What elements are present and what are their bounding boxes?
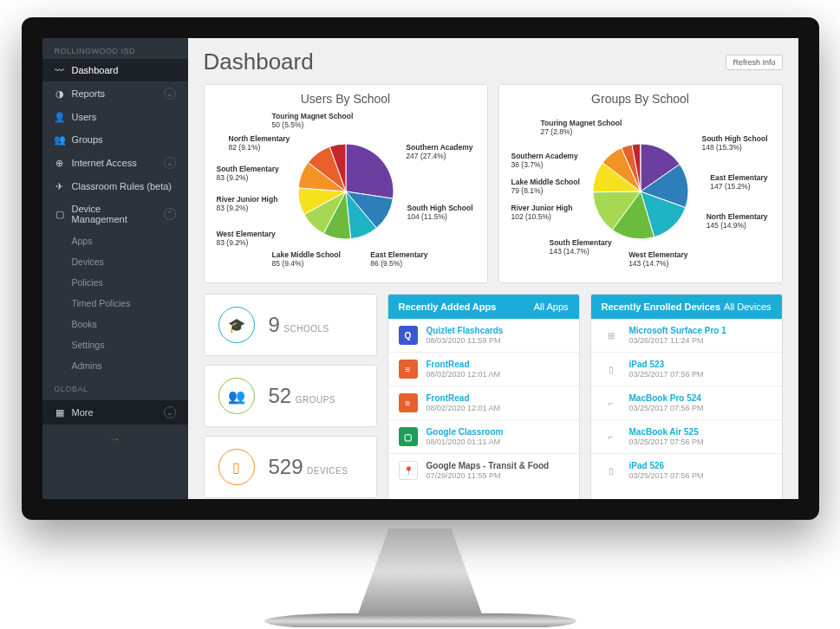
sidebar-sub-apps[interactable]: Apps xyxy=(42,230,188,251)
chart-title: Groups By School xyxy=(506,92,775,106)
pie-label: South High School104 (11.5%) xyxy=(407,204,472,222)
app-name-link[interactable]: FrontRead xyxy=(427,393,501,403)
org-name: ROLLINGWOOD ISD xyxy=(42,38,188,59)
pie-label: West Elementary83 (9.2%) xyxy=(217,230,276,248)
app-timestamp: 07/29/2020 11:55 PM xyxy=(427,471,501,480)
key-icon: ⊶ xyxy=(42,428,188,451)
chevron-down-icon: ⌄ xyxy=(164,88,176,100)
sidebar-item-label: Device Management xyxy=(72,204,157,224)
sidebar-item-users[interactable]: 👤 Users xyxy=(42,106,188,128)
sidebar: ROLLINGWOOD ISD 〰 Dashboard◑ Reports⌄👤 U… xyxy=(42,38,188,499)
pie-label: Southern Academy36 (3.7%) xyxy=(511,152,578,170)
sidebar-sub-admins[interactable]: Admins xyxy=(42,355,188,376)
app-timestamp: 08/02/2020 12:01 AM xyxy=(427,370,501,379)
tablet-icon: ▯ xyxy=(218,449,255,485)
pie-label: Touring Magnet School50 (5.5%) xyxy=(272,113,354,130)
sidebar-item-classroom-rules-beta-[interactable]: ✈ Classroom Rules (beta) xyxy=(42,175,188,198)
chevron-down-icon: ⌄ xyxy=(164,157,176,169)
chart-card: Groups By SchoolSouth High School148 (15… xyxy=(498,84,783,283)
device-timestamp: 03/25/2017 07:56 PM xyxy=(629,370,704,379)
pie-slice[interactable] xyxy=(346,144,394,198)
app-icon: 📍 xyxy=(399,461,418,480)
chart-title: Users By School xyxy=(212,92,480,106)
device-type-icon: ⌐ xyxy=(602,393,621,412)
device-timestamp: 03/25/2017 07:56 PM xyxy=(629,404,704,412)
app-name-link[interactable]: FrontRead xyxy=(427,360,501,369)
device-row: ▯ iPad 526 03/25/2017 07:56 PM xyxy=(591,454,782,487)
app-timestamp: 08/02/2020 12:01 AM xyxy=(427,404,501,412)
sidebar-item-label: Groups xyxy=(72,134,103,145)
sidebar-item-internet-access[interactable]: ⊕ Internet Access⌄ xyxy=(42,151,188,175)
pie-label: North Elementary145 (14.9%) xyxy=(707,213,768,230)
app-row: 📍 Google Maps - Transit & Food 07/29/202… xyxy=(388,454,579,487)
device-row: ▯ iPad 523 03/25/2017 07:56 PM xyxy=(591,353,782,386)
sidebar-sub-timed-policies[interactable]: Timed Policies xyxy=(42,293,188,314)
chevron-down-icon: ⌄ xyxy=(164,406,176,418)
device-row: ⊞ Microsoft Surface Pro 1 03/26/2017 11:… xyxy=(591,319,782,353)
sidebar-item-label: Internet Access xyxy=(72,158,137,168)
pie-label: North Elementary82 (9.1%) xyxy=(229,135,290,152)
app-row: ≡ FrontRead 08/02/2020 12:01 AM xyxy=(388,353,579,386)
pie-label: Touring Magnet School27 (2.8%) xyxy=(541,120,622,137)
pie-label: River Junior High83 (9.2%) xyxy=(217,196,278,213)
pie-label: Lake Middle School79 (8.1%) xyxy=(511,178,580,196)
sidebar-item-label: Reports xyxy=(72,88,106,99)
device-name-link[interactable]: MacBook Pro 524 xyxy=(629,393,704,403)
app-icon: ▢ xyxy=(399,427,418,446)
sidebar-item-reports[interactable]: ◑ Reports⌄ xyxy=(42,81,188,106)
chart-card: Users By SchoolSouthern Academy247 (27.4… xyxy=(204,84,488,283)
devices-panel-title: Recently Enrolled Devices xyxy=(602,302,721,312)
sidebar-sub-devices[interactable]: Devices xyxy=(42,251,188,272)
app-icon: ≡ xyxy=(399,393,418,412)
pie-label: East Elementary86 (9.5%) xyxy=(370,251,427,269)
app-name-link[interactable]: Google Maps - Transit & Food xyxy=(427,461,550,470)
device-icon: ▢ xyxy=(55,209,65,219)
recent-devices-card: Recently Enrolled Devices All Devices ⊞ … xyxy=(590,294,783,499)
app-row: ▢ Google Classroom 08/01/2020 01:11 AM xyxy=(388,420,579,454)
app-icon: Q xyxy=(399,326,418,345)
pie-chart xyxy=(294,139,398,243)
stat-card-devices: ▯ 529 DEVICES xyxy=(204,436,377,498)
app-name-link[interactable]: Quizlet Flashcards xyxy=(427,326,504,335)
sidebar-sub-books[interactable]: Books xyxy=(42,314,188,334)
device-name-link[interactable]: Microsoft Surface Pro 1 xyxy=(629,326,726,335)
sidebar-item-more[interactable]: ▦ More ⌄ xyxy=(42,400,188,425)
all-apps-link[interactable]: All Apps xyxy=(534,302,569,312)
device-name-link[interactable]: iPad 523 xyxy=(629,360,704,369)
device-type-icon: ⊞ xyxy=(602,326,621,345)
sidebar-sub-settings[interactable]: Settings xyxy=(42,334,188,355)
stat-label: GROUPS xyxy=(296,395,335,405)
sidebar-item-groups[interactable]: 👥 Groups xyxy=(42,128,188,151)
device-type-icon: ▯ xyxy=(602,360,621,379)
pie-label: River Junior High102 (10.5%) xyxy=(511,204,573,222)
app-name-link[interactable]: Google Classroom xyxy=(427,427,504,437)
pie-label: South Elementary143 (14.7%) xyxy=(550,239,612,256)
device-timestamp: 03/26/2017 11:24 PM xyxy=(629,336,704,345)
app-row: ≡ FrontRead 08/02/2020 12:01 AM xyxy=(388,386,579,420)
pie-label: South High School148 (15.3%) xyxy=(701,135,767,152)
device-timestamp: 03/25/2017 07:56 PM xyxy=(629,438,704,446)
chevron-up-icon: ⌃ xyxy=(164,208,176,220)
all-devices-link[interactable]: All Devices xyxy=(724,302,771,312)
pie-label: South Elementary83 (9.2%) xyxy=(217,165,279,183)
sidebar-item-label: Users xyxy=(72,112,97,122)
sidebar-sub-policies[interactable]: Policies xyxy=(42,272,188,293)
device-row: ⌐ MacBook Air 525 03/25/2017 07:56 PM xyxy=(591,420,782,454)
sidebar-item-label: Dashboard xyxy=(72,65,119,75)
pie-label: Southern Academy247 (27.4%) xyxy=(406,144,472,161)
page-title: Dashboard xyxy=(204,49,314,75)
globe-icon: ⊕ xyxy=(55,158,65,168)
app-icon: ≡ xyxy=(399,360,418,379)
device-name-link[interactable]: iPad 526 xyxy=(629,461,704,470)
refresh-button[interactable]: Refresh Info xyxy=(726,55,782,70)
sidebar-item-dashboard[interactable]: 〰 Dashboard xyxy=(42,59,188,81)
sidebar-item-device-management[interactable]: ▢ Device Management⌃ xyxy=(42,198,188,230)
device-timestamp: 03/25/2017 07:56 PM xyxy=(629,471,704,480)
more-label: More xyxy=(72,407,94,418)
pie-label: West Elementary143 (14.7%) xyxy=(628,251,687,269)
stat-number: 9 xyxy=(269,313,280,336)
pie-label: East Elementary147 (15.2%) xyxy=(710,174,767,191)
device-name-link[interactable]: MacBook Air 525 xyxy=(629,427,704,437)
more-icon: ▦ xyxy=(55,407,65,418)
pie-label: Lake Middle School85 (9.4%) xyxy=(272,251,341,269)
